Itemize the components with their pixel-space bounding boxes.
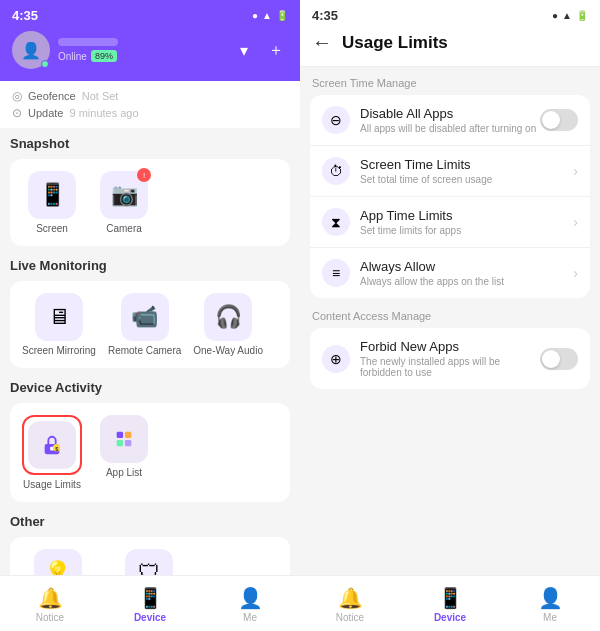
right-notice-label: Notice	[336, 612, 364, 623]
always-allow-desc: Always allow the apps on the list	[360, 276, 573, 287]
snapshot-card: 📱 Screen 📷 ! Camera	[10, 159, 290, 246]
forbid-new-apps-icon: ⊕	[322, 345, 350, 373]
camera-item[interactable]: 📷 ! Camera	[94, 171, 154, 234]
online-indicator	[41, 60, 49, 68]
snapshot-title: Snapshot	[10, 136, 290, 151]
nav-me[interactable]: 👤 Me	[200, 582, 300, 627]
profile-status: Online 89%	[58, 50, 232, 62]
svg-rect-7	[125, 440, 131, 446]
me-icon: 👤	[238, 586, 263, 610]
other-card: 💡 Find Child's App 🛡 Check Permissions	[10, 537, 290, 575]
live-monitoring-grid: 🖥 Screen Mirroring 📹 Remote Camera 🎧 One…	[22, 293, 278, 356]
disable-apps-icon: ⊖	[322, 106, 350, 134]
back-button[interactable]: ←	[312, 31, 332, 54]
app-time-limits-chevron: ›	[573, 214, 578, 230]
wifi-icon: ▲	[262, 10, 272, 21]
right-device-label: Device	[434, 612, 466, 623]
screen-mirroring-label: Screen Mirroring	[22, 345, 96, 356]
screen-time-limits-icon: ⏱	[322, 157, 350, 185]
check-permissions-item[interactable]: 🛡 Check Permissions	[106, 549, 192, 575]
right-nav-device[interactable]: 📱 Device	[400, 582, 500, 627]
app-time-limits-text: App Time Limits Set time limits for apps	[360, 208, 573, 236]
avatar: 👤	[12, 31, 50, 69]
profile-row: 👤 Online 89% ▾ ＋	[12, 31, 288, 69]
right-me-icon: 👤	[538, 586, 563, 610]
info-bar: ◎ Geofence Not Set ⊙ Update 9 minutes ag…	[0, 81, 300, 128]
remote-camera-icon: 📹	[121, 293, 169, 341]
right-notice-icon: 🔔	[338, 586, 363, 610]
screen-time-limits-text: Screen Time Limits Set total time of scr…	[360, 157, 573, 185]
usage-limits-icon: $	[28, 421, 76, 469]
find-childs-app-item[interactable]: 💡 Find Child's App	[22, 549, 94, 575]
disable-apps-title: Disable All Apps	[360, 106, 540, 121]
app-list-item[interactable]: App List	[94, 415, 154, 490]
live-monitoring-section: Live Monitoring 🖥 Screen Mirroring 📹 Rem…	[10, 258, 290, 368]
app-time-limits-icon: ⧗	[322, 208, 350, 236]
screen-mirroring-icon: 🖥	[35, 293, 83, 341]
svg-rect-6	[117, 440, 123, 446]
screen-time-card: ⊖ Disable All Apps All apps will be disa…	[310, 95, 590, 298]
left-content: Snapshot 📱 Screen 📷 ! Camera	[0, 128, 300, 575]
snapshot-section: Snapshot 📱 Screen 📷 ! Camera	[10, 136, 290, 246]
screen-icon-circle: 📱	[28, 171, 76, 219]
screen-time-limits-item[interactable]: ⏱ Screen Time Limits Set total time of s…	[310, 146, 590, 197]
always-allow-text: Always Allow Always allow the apps on th…	[360, 259, 573, 287]
nav-device[interactable]: 📱 Device	[100, 582, 200, 627]
content-access-section-title: Content Access Manage	[310, 310, 590, 322]
svg-rect-4	[117, 432, 123, 438]
app-time-limits-item[interactable]: ⧗ App Time Limits Set time limits for ap…	[310, 197, 590, 248]
geofence-label: Geofence	[28, 90, 76, 102]
geofence-value: Not Set	[82, 90, 119, 102]
usage-limits-item[interactable]: $ Usage Limits	[22, 415, 82, 490]
right-nav-me[interactable]: 👤 Me	[500, 582, 600, 627]
right-me-label: Me	[543, 612, 557, 623]
update-row: ⊙ Update 9 minutes ago	[12, 106, 288, 120]
always-allow-title: Always Allow	[360, 259, 573, 274]
content-access-section: Content Access Manage ⊕ Forbid New Apps …	[310, 310, 590, 389]
update-label: Update	[28, 107, 63, 119]
app-list-icon	[100, 415, 148, 463]
other-title: Other	[10, 514, 290, 529]
left-header: 4:35 ● ▲ 🔋 👤 Online 89% ▾ ＋	[0, 0, 300, 81]
forbid-new-apps-text: Forbid New Apps The newly installed apps…	[360, 339, 540, 378]
right-status-bar: 4:35 ● ▲ 🔋	[312, 8, 588, 23]
forbid-new-apps-toggle[interactable]	[540, 348, 578, 370]
one-way-audio-label: One-Way Audio	[193, 345, 263, 356]
profile-name-bar	[58, 38, 118, 46]
app-list-label: App List	[106, 467, 142, 478]
notice-icon: 🔔	[38, 586, 63, 610]
dropdown-button[interactable]: ▾	[232, 38, 256, 62]
camera-badge: !	[137, 168, 151, 182]
right-header: 4:35 ● ▲ 🔋 ← Usage Limits	[300, 0, 600, 67]
left-time: 4:35	[12, 8, 38, 23]
nav-notice[interactable]: 🔔 Notice	[0, 582, 100, 627]
disable-apps-toggle[interactable]	[540, 109, 578, 131]
app-time-limits-desc: Set time limits for apps	[360, 225, 573, 236]
check-permissions-icon: 🛡	[125, 549, 173, 575]
svg-rect-5	[125, 432, 131, 438]
disable-all-apps-item[interactable]: ⊖ Disable All Apps All apps will be disa…	[310, 95, 590, 146]
screen-time-section: Screen Time Manage ⊖ Disable All Apps Al…	[310, 77, 590, 298]
screen-mirroring-item[interactable]: 🖥 Screen Mirroring	[22, 293, 96, 356]
forbid-new-apps-item[interactable]: ⊕ Forbid New Apps The newly installed ap…	[310, 328, 590, 389]
right-status-icons: ● ▲ 🔋	[552, 10, 588, 21]
right-bottom-nav: 🔔 Notice 📱 Device 👤 Me	[300, 575, 600, 631]
add-button[interactable]: ＋	[264, 38, 288, 62]
left-status-icons: ● ▲ 🔋	[252, 10, 288, 21]
battery-percent: 89%	[91, 50, 117, 62]
remote-camera-label: Remote Camera	[108, 345, 181, 356]
one-way-audio-item[interactable]: 🎧 One-Way Audio	[193, 293, 263, 356]
usage-limits-label: Usage Limits	[23, 479, 81, 490]
screen-time-limits-title: Screen Time Limits	[360, 157, 573, 172]
usage-limits-highlight: $	[22, 415, 82, 475]
right-nav-notice[interactable]: 🔔 Notice	[300, 582, 400, 627]
content-access-card: ⊕ Forbid New Apps The newly installed ap…	[310, 328, 590, 389]
remote-camera-item[interactable]: 📹 Remote Camera	[108, 293, 181, 356]
usage-limits-page-title: Usage Limits	[342, 33, 448, 53]
update-icon: ⊙	[12, 106, 22, 120]
other-section: Other 💡 Find Child's App 🛡 Check Permiss…	[10, 514, 290, 575]
geofence-row: ◎ Geofence Not Set	[12, 89, 288, 103]
screen-item[interactable]: 📱 Screen	[22, 171, 82, 234]
always-allow-item[interactable]: ≡ Always Allow Always allow the apps on …	[310, 248, 590, 298]
right-content: Screen Time Manage ⊖ Disable All Apps Al…	[300, 67, 600, 575]
